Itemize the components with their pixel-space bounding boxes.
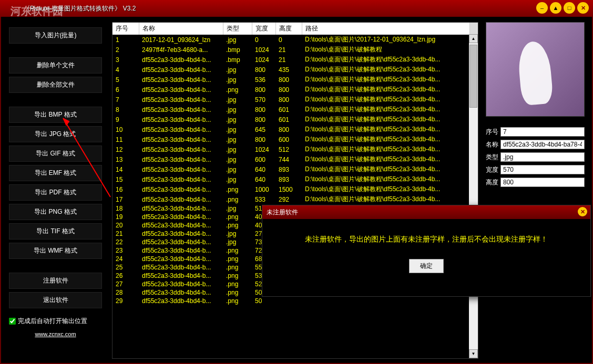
center-panel: 序号 名称 类型 宽度 高度 路径 12017-12-01_093624_lzn…	[110, 17, 483, 363]
detail-panel: 序号 名称 类型 宽度 高度	[483, 17, 592, 363]
export-wmf-button[interactable]: 导出 WMF 格式	[9, 243, 102, 259]
table-row[interactable]: 9df55c2a3-3ddb-4bd4-b....jpg800601D:\too…	[113, 115, 478, 124]
table-header-row: 序号 名称 类型 宽度 高度 路径	[113, 23, 478, 35]
header-path[interactable]: 路径	[302, 23, 469, 35]
auto-open-label: 完成后自动打开输出位置	[18, 317, 87, 326]
table-row[interactable]: 29df55c2a3-3ddb-4bd4-b....png50	[113, 297, 478, 305]
dialog-title-text: 未注册软件	[267, 208, 298, 217]
header-name[interactable]: 名称	[139, 23, 223, 35]
scrollbar-thumb[interactable]	[469, 45, 477, 108]
detail-width-label: 宽度	[486, 165, 500, 174]
table-row[interactable]: 22497ff4f-7eb3-4680-a....bmp102421D:\too…	[113, 45, 478, 55]
table-row[interactable]: 17df55c2a3-3ddb-4bd4-b....png533292D:\to…	[113, 194, 478, 204]
detail-height-label: 高度	[486, 178, 500, 187]
detail-idx-label: 序号	[486, 128, 500, 137]
export-jpg-button[interactable]: 导出 JPG 格式	[9, 126, 102, 142]
table-row[interactable]: 15df55c2a3-3ddb-4bd4-b....jpg640893D:\to…	[113, 174, 478, 184]
exit-button[interactable]: 退出软件	[9, 292, 102, 308]
table-row[interactable]: 16df55c2a3-3ddb-4bd4-b....png10001500D:\…	[113, 184, 478, 194]
scrollbar[interactable]: ▲ ▼	[469, 34, 478, 358]
table-row[interactable]: 4df55c2a3-3ddb-4bd4-b....jpg800435D:\too…	[113, 65, 478, 75]
preview-image	[486, 22, 585, 117]
window-buttons: – ▲ □ ✕	[536, 2, 589, 14]
restore-icon[interactable]: ▲	[550, 2, 561, 14]
table-row[interactable]: 3df55c2a3-3ddb-4bd4-b....bmp102421D:\too…	[113, 55, 478, 65]
detail-height-input[interactable]	[500, 178, 585, 187]
table-row[interactable]: 6df55c2a3-3ddb-4bd4-b....png800800D:\too…	[113, 85, 478, 95]
app-title: 《Picture-批量图片格式转换软件》 V3.2	[24, 4, 136, 13]
header-idx[interactable]: 序号	[113, 23, 139, 35]
import-button[interactable]: 导入图片(批量)	[9, 27, 102, 44]
close-icon[interactable]: ✕	[577, 2, 589, 14]
dialog-ok-button[interactable]: 确定	[409, 259, 444, 273]
table-row[interactable]: 12017-12-01_093624_lzn.jpg00D:\tools\桌面\…	[113, 35, 478, 45]
header-type[interactable]: 类型	[223, 23, 252, 35]
table-row[interactable]: 5df55c2a3-3ddb-4bd4-b....jpg536800D:\too…	[113, 75, 478, 85]
table-row[interactable]: 14df55c2a3-3ddb-4bd4-b....jpg640893D:\to…	[113, 164, 478, 174]
export-bmp-button[interactable]: 导出 BMP 格式	[9, 107, 102, 123]
header-scrollbar-spacer	[469, 23, 478, 35]
detail-name-label: 名称	[486, 140, 500, 149]
dialog-title-bar: 未注册软件 ✕	[262, 205, 590, 219]
table-row[interactable]: 8df55c2a3-3ddb-4bd4-b....jpg800601D:\too…	[113, 105, 478, 115]
header-height[interactable]: 高度	[275, 23, 302, 35]
export-tif-button[interactable]: 导出 TIF 格式	[9, 223, 102, 240]
site-link[interactable]: www.zcnxc.com	[9, 331, 102, 337]
export-emf-button[interactable]: 导出 EMF 格式	[9, 165, 102, 181]
scrollbar-down-icon[interactable]: ▼	[469, 349, 478, 358]
dialog-close-icon[interactable]: ✕	[578, 207, 587, 216]
table-row[interactable]: 13df55c2a3-3ddb-4bd4-b....jpg600744D:\to…	[113, 154, 478, 164]
auto-open-checkbox[interactable]	[9, 318, 16, 325]
detail-type-input[interactable]	[500, 152, 585, 162]
detail-type-label: 类型	[486, 153, 500, 162]
delete-single-button[interactable]: 删除单个文件	[9, 57, 102, 74]
register-button[interactable]: 注册软件	[9, 273, 102, 289]
file-table-wrap: 序号 名称 类型 宽度 高度 路径 12017-12-01_093624_lzn…	[112, 22, 478, 359]
detail-idx-input[interactable]	[500, 127, 585, 137]
unregistered-dialog: 未注册软件 ✕ 未注册软件，导出的图片上面有未注册字样，注册后不会出现未注册字样…	[262, 205, 591, 297]
auto-open-checkbox-row: 完成后自动打开输出位置	[9, 317, 102, 326]
dialog-body: 未注册软件，导出的图片上面有未注册字样，注册后不会出现未注册字样！ 确定	[262, 219, 590, 289]
maximize-icon[interactable]: □	[564, 2, 575, 14]
table-row[interactable]: 7df55c2a3-3ddb-4bd4-b....jpg570800D:\too…	[113, 95, 478, 105]
dialog-message: 未注册软件，导出的图片上面有未注册字样，注册后不会出现未注册字样！	[273, 235, 580, 244]
title-bar: 河东软件园 www.pc0359.cn 《Picture-批量图片格式转换软件》…	[0, 0, 593, 17]
minimize-icon[interactable]: –	[536, 2, 548, 14]
table-row[interactable]: 11df55c2a3-3ddb-4bd4-b....jpg800600D:\to…	[113, 134, 478, 144]
header-width[interactable]: 宽度	[252, 23, 275, 35]
detail-name-input[interactable]	[500, 140, 585, 149]
delete-all-button[interactable]: 删除全部文件	[9, 77, 102, 93]
sidebar: 导入图片(批量) 删除单个文件 删除全部文件 导出 BMP 格式 导出 JPG …	[1, 17, 110, 363]
export-gif-button[interactable]: 导出 GIF 格式	[9, 145, 102, 162]
table-row[interactable]: 10df55c2a3-3ddb-4bd4-b....jpg645800D:\to…	[113, 124, 478, 134]
scrollbar-up-icon[interactable]: ▲	[469, 34, 478, 43]
detail-width-input[interactable]	[500, 165, 585, 174]
table-row[interactable]: 12df55c2a3-3ddb-4bd4-b....jpg1024512D:\t…	[113, 144, 478, 154]
export-png-button[interactable]: 导出 PNG 格式	[9, 204, 102, 220]
export-pdf-button[interactable]: 导出 PDF 格式	[9, 184, 102, 201]
